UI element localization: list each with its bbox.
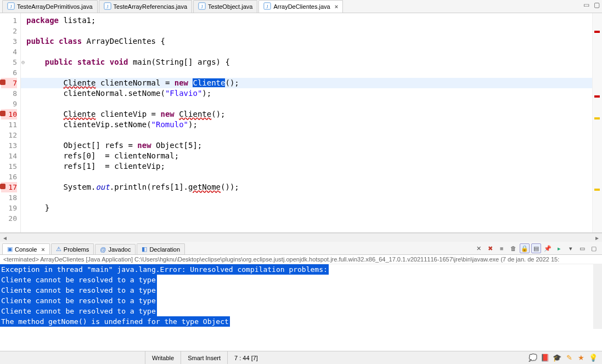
scroll-left-icon[interactable]: ◂ bbox=[1, 234, 9, 242]
console-vertical-scrollbar[interactable] bbox=[593, 264, 602, 329]
scroll-lock-icon[interactable]: 🔒 bbox=[520, 243, 530, 253]
code-line[interactable] bbox=[26, 213, 592, 224]
code-line[interactable]: Object[] refs = new Object[5]; bbox=[26, 140, 592, 151]
error-marker[interactable] bbox=[594, 31, 600, 33]
console-toolbar: ✕ ✖ ■ 🗑 🔒 ▤ 📌 ▸ ▾ ▭ ▢ bbox=[474, 243, 599, 253]
code-line[interactable]: public static void main(String[] args) { bbox=[26, 57, 592, 67]
code-line[interactable]: System.out.println(refs[1].getNome()); bbox=[26, 182, 592, 192]
line-number: 14 bbox=[1, 151, 17, 161]
line-number: 4 bbox=[1, 47, 17, 57]
problems-icon: ⚠ bbox=[56, 246, 61, 253]
close-icon[interactable]: × bbox=[41, 246, 44, 253]
overview-ruler[interactable] bbox=[592, 13, 602, 232]
tutorials-icon[interactable]: ✎ bbox=[565, 354, 573, 362]
display-selected-icon[interactable]: ▸ bbox=[554, 243, 564, 253]
status-bar: Writable Smart Insert 7 : 44 [7] 💭 📕 🎓 ✎… bbox=[0, 351, 602, 364]
minimize-view-icon[interactable]: ▭ bbox=[577, 243, 587, 253]
open-console-icon[interactable]: ▾ bbox=[566, 243, 576, 253]
terminate-icon[interactable]: ■ bbox=[497, 243, 507, 253]
minimize-icon[interactable]: ▭ bbox=[583, 1, 589, 9]
code-line[interactable] bbox=[26, 67, 592, 78]
svg-text:J: J bbox=[10, 4, 12, 9]
status-cursor-position: 7 : 44 [7] bbox=[227, 351, 265, 364]
code-line[interactable] bbox=[26, 172, 592, 182]
code-line[interactable] bbox=[26, 99, 592, 109]
console-icon: ▣ bbox=[7, 246, 13, 253]
line-number: 16 bbox=[1, 172, 17, 182]
code-line[interactable] bbox=[26, 26, 592, 36]
code-line[interactable]: refs[1] = clienteVip; bbox=[26, 161, 592, 172]
line-number: 8 bbox=[1, 88, 17, 99]
warning-marker[interactable] bbox=[594, 189, 600, 191]
java-file-icon: J bbox=[104, 2, 111, 11]
javadoc-icon: @ bbox=[100, 246, 106, 253]
code-line[interactable]: refs[0] = clienteNormal; bbox=[26, 151, 592, 161]
view-tab-problems[interactable]: ⚠Problems bbox=[51, 243, 94, 254]
close-icon[interactable]: × bbox=[335, 3, 338, 10]
whatsnew-icon[interactable]: ★ bbox=[577, 354, 586, 362]
line-number: 1 bbox=[1, 15, 17, 26]
console-line: Cliente cannot be resolved to a type bbox=[0, 275, 602, 285]
code-line[interactable] bbox=[26, 47, 592, 57]
line-number: 2 bbox=[1, 26, 17, 36]
maximize-icon[interactable]: ▢ bbox=[594, 1, 600, 9]
code-line[interactable] bbox=[26, 192, 592, 203]
code-line[interactable] bbox=[26, 130, 592, 140]
code-line[interactable]: package lista1; bbox=[26, 15, 592, 26]
status-writable: Writable bbox=[145, 351, 181, 364]
code-line[interactable]: clienteVip.setNome("Romulo"); bbox=[26, 120, 592, 130]
code-line[interactable]: Cliente clienteNormal = new Cliente(); bbox=[26, 78, 592, 88]
code-line[interactable]: public class ArrayDeClientes { bbox=[26, 36, 592, 47]
view-tab-label: Javadoc bbox=[108, 246, 131, 253]
declaration-icon: ◧ bbox=[142, 246, 147, 253]
line-number: 20 bbox=[1, 213, 17, 224]
bottom-views-tabs: ▣Console×⚠Problems@Javadoc◧Declaration ✕… bbox=[0, 242, 602, 255]
editor-tab[interactable]: JTesteArrayDePrimitivos.java bbox=[2, 0, 98, 13]
remove-launch-icon[interactable]: ✕ bbox=[474, 243, 483, 253]
code-line[interactable]: } bbox=[26, 203, 592, 213]
line-number: 12 bbox=[1, 130, 17, 140]
console-output[interactable]: Exception in thread "main" java.lang.Err… bbox=[0, 264, 602, 329]
pin-console-icon[interactable]: 📌 bbox=[543, 243, 553, 253]
status-insert-mode: Smart Insert bbox=[181, 351, 227, 364]
editor-tab[interactable]: JArrayDeClientes.java× bbox=[258, 0, 343, 13]
samples-icon[interactable]: 🎓 bbox=[553, 354, 561, 362]
line-number: 7 bbox=[1, 78, 17, 88]
tab-label: TesteObject.java bbox=[208, 3, 252, 10]
editor-tab[interactable]: JTesteObject.java bbox=[193, 0, 257, 13]
line-number: 17 bbox=[1, 182, 17, 192]
view-tab-javadoc[interactable]: @Javadoc bbox=[95, 244, 136, 254]
warning-marker[interactable] bbox=[594, 117, 600, 120]
tab-label: TesteArrayDePrimitivos.java bbox=[17, 3, 93, 10]
code-area[interactable]: package lista1; public class ArrayDeClie… bbox=[21, 13, 592, 232]
console-line: The method getNome() is undefined for th… bbox=[0, 316, 602, 327]
view-tab-label: Problems bbox=[64, 246, 89, 253]
svg-text:J: J bbox=[201, 4, 203, 9]
code-line[interactable]: clienteNormal.setNome("Flavio"); bbox=[26, 88, 592, 99]
editor-horizontal-scrollbar[interactable]: ◂ ▸ bbox=[0, 233, 602, 242]
code-line[interactable]: Cliente clienteVip = new Cliente(); bbox=[26, 109, 592, 120]
java-file-icon: J bbox=[7, 2, 15, 11]
clear-console-icon[interactable]: 🗑 bbox=[508, 243, 518, 253]
console-line: Cliente cannot be resolved to a type bbox=[0, 306, 602, 316]
java-file-icon: J bbox=[263, 2, 271, 11]
editor-tab[interactable]: JTesteArrayReferencias.java bbox=[99, 0, 193, 13]
tab-label: TesteArrayReferencias.java bbox=[114, 3, 188, 10]
line-number: 19 bbox=[1, 203, 17, 213]
console-line: Cliente cannot be resolved to a type bbox=[0, 285, 602, 295]
remove-all-launches-icon[interactable]: ✖ bbox=[485, 243, 495, 253]
show-console-icon[interactable]: ▤ bbox=[531, 243, 541, 253]
line-number: 5 bbox=[1, 57, 17, 67]
tip-icon[interactable]: 💭 bbox=[528, 354, 537, 362]
overview-icon[interactable]: 📕 bbox=[541, 354, 549, 362]
maximize-view-icon[interactable]: ▢ bbox=[589, 243, 599, 253]
view-tab-console[interactable]: ▣Console× bbox=[2, 243, 50, 254]
tip-of-day-icon[interactable]: 💡 bbox=[589, 354, 598, 362]
launch-description: <terminated> ArrayDeClientes [Java Appli… bbox=[0, 255, 602, 264]
console-line: Cliente cannot be resolved to a type bbox=[0, 295, 602, 306]
view-tab-declaration[interactable]: ◧Declaration bbox=[137, 243, 185, 254]
scroll-right-icon[interactable]: ▸ bbox=[593, 234, 601, 242]
trim-icons: 💭 📕 🎓 ✎ ★ 💡 bbox=[528, 354, 602, 362]
error-marker[interactable] bbox=[594, 95, 600, 98]
line-number-gutter: 1234567891011121314151617181920 bbox=[0, 13, 21, 232]
